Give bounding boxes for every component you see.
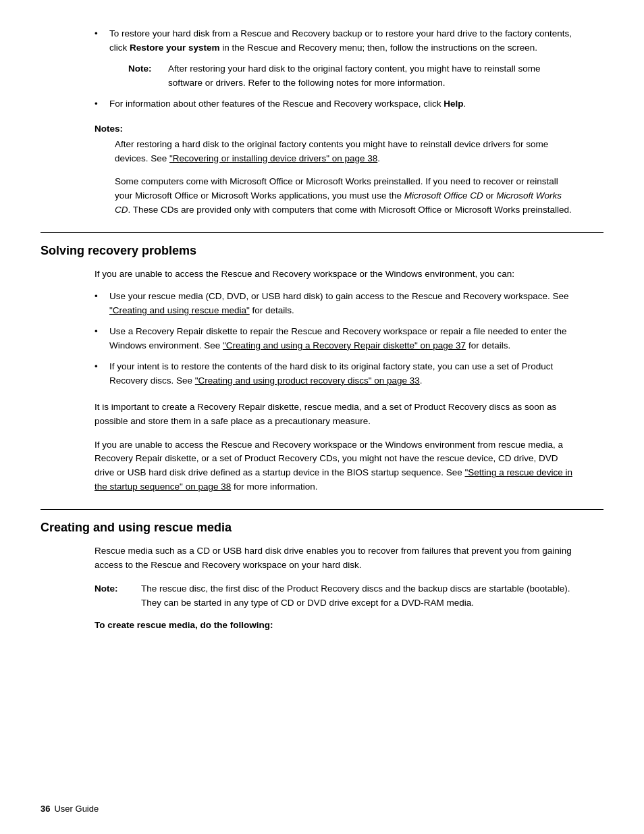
footer-page-number: 36: [41, 804, 50, 814]
notes-heading: Notes:: [95, 124, 576, 134]
section-heading-solving: Solving recovery problems: [41, 244, 603, 258]
solving-para-2: If you are unable to access the Rescue a…: [95, 438, 576, 495]
bold-restore: Restore your system: [130, 43, 220, 53]
bold-help: Help: [444, 99, 463, 109]
link-rescue-media[interactable]: "Creating and using rescue media": [109, 305, 250, 315]
notes-content: After restoring a hard disk to the origi…: [115, 138, 576, 218]
bullet-item-2: • For information about other features o…: [95, 97, 576, 111]
top-content: • To restore your hard disk from a Rescu…: [95, 27, 576, 217]
solving-dot-1: •: [95, 290, 107, 318]
rescue-intro: Rescue media such as a CD or USB hard di…: [95, 544, 576, 573]
section-rescue-media: Creating and using rescue media Rescue m…: [41, 521, 603, 630]
solving-dot-2: •: [95, 325, 107, 353]
solving-intro: If you are unable to access the Rescue a…: [95, 267, 576, 282]
bullet-text-1: To restore your hard disk from a Rescue …: [109, 27, 576, 55]
section-solving: Solving recovery problems If you are una…: [41, 244, 603, 494]
solving-dot-3: •: [95, 360, 107, 388]
top-bullets: • To restore your hard disk from a Rescu…: [95, 27, 576, 111]
link-startup-sequence[interactable]: "Setting a rescue device in the startup …: [95, 467, 572, 492]
footer-user-guide: User Guide: [54, 804, 99, 814]
rescue-content: Rescue media such as a CD or USB hard di…: [95, 544, 576, 630]
solving-text-2: Use a Recovery Repair diskette to repair…: [109, 325, 576, 353]
solving-text-3: If your intent is to restore the content…: [109, 360, 576, 388]
note-para-1: After restoring a hard disk to the origi…: [115, 138, 576, 166]
to-create-label: To create rescue media, do the following…: [95, 620, 576, 630]
note-block-1: Note: After restoring your hard disk to …: [128, 62, 576, 90]
bullet-dot-1: •: [95, 27, 107, 55]
note-para-2: Some computers come with Microsoft Offic…: [115, 175, 576, 217]
solving-bullets: • Use your rescue media (CD, DVD, or USB…: [95, 290, 576, 388]
rescue-note: Note: The rescue disc, the first disc of…: [95, 582, 576, 610]
page: • To restore your hard disk from a Rescu…: [0, 0, 644, 834]
solving-para-1: It is important to create a Recovery Rep…: [95, 400, 576, 429]
footer: 36 User Guide: [41, 804, 603, 814]
italic-works-cd: Microsoft Works CD: [115, 190, 562, 215]
section-heading-rescue: Creating and using rescue media: [41, 521, 603, 535]
divider-2: [41, 509, 603, 510]
bullet-dot-2: •: [95, 97, 107, 111]
bullet-text-2: For information about other features of …: [109, 97, 576, 111]
solving-bullet-1: • Use your rescue media (CD, DVD, or USB…: [95, 290, 576, 318]
solving-content: If you are unable to access the Rescue a…: [95, 267, 576, 494]
note-text-1: After restoring your hard disk to the or…: [168, 62, 576, 90]
rescue-note-text: The rescue disc, the first disc of the P…: [141, 582, 576, 610]
rescue-note-label: Note:: [95, 582, 132, 610]
link-recovering-drivers[interactable]: "Recovering or installing device drivers…: [169, 153, 377, 163]
solving-bullet-2: • Use a Recovery Repair diskette to repa…: [95, 325, 576, 353]
bullet-item-1: • To restore your hard disk from a Rescu…: [95, 27, 576, 55]
italic-office-cd: Microsoft Office CD: [404, 190, 483, 201]
note-label-1: Note:: [128, 62, 165, 90]
link-product-recovery[interactable]: "Creating and using product recovery dis…: [195, 375, 420, 386]
divider-1: [41, 232, 603, 233]
solving-bullet-3: • If your intent is to restore the conte…: [95, 360, 576, 388]
solving-text-1: Use your rescue media (CD, DVD, or USB h…: [109, 290, 576, 318]
link-recovery-repair[interactable]: "Creating and using a Recovery Repair di…: [223, 340, 466, 350]
